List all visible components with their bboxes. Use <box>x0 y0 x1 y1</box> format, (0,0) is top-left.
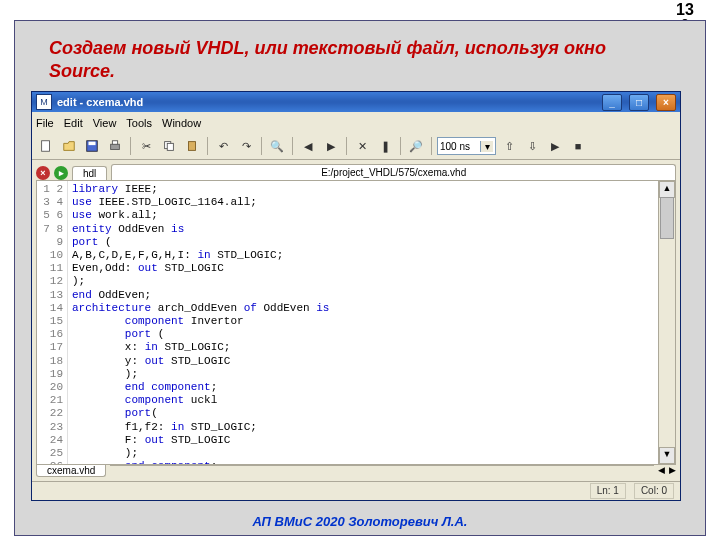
run-icon[interactable]: ▶ <box>545 136 565 156</box>
menu-view[interactable]: View <box>93 117 117 129</box>
maximize-button[interactable]: □ <box>629 94 649 111</box>
slide-footer: АП ВМиС 2020 Золоторевич Л.А. <box>15 514 705 529</box>
statusbar: Ln: 1 Col: 0 <box>32 481 680 500</box>
editor[interactable]: 1 2 3 4 5 6 7 8 9 10 11 12 13 14 15 16 1… <box>36 180 676 465</box>
menu-window[interactable]: Window <box>162 117 201 129</box>
app-icon: M <box>36 94 52 110</box>
tab-nav-icon[interactable]: ▸ <box>54 166 68 180</box>
tool-x-icon[interactable]: ✕ <box>352 136 372 156</box>
paste-icon[interactable] <box>182 136 202 156</box>
indent-right-icon[interactable]: ▶ <box>321 136 341 156</box>
scroll-up-icon[interactable]: ▲ <box>659 181 675 198</box>
svg-rect-6 <box>167 143 173 150</box>
scroll-down-icon[interactable]: ▼ <box>659 447 675 464</box>
zoom-icon[interactable]: 🔎 <box>406 136 426 156</box>
step-up-icon[interactable]: ⇧ <box>499 136 519 156</box>
code-area[interactable]: library IEEE; use IEEE.STD_LOGIC_1164.al… <box>68 181 658 464</box>
stop-icon[interactable]: ■ <box>568 136 588 156</box>
bottom-tabbar: cxema.vhd ◀ ▶ <box>32 465 680 481</box>
cut-icon[interactable]: ✂ <box>136 136 156 156</box>
menu-file[interactable]: File <box>36 117 54 129</box>
window-title: edit - cxema.vhd <box>57 96 595 108</box>
slide-frame: Создаем новый VHDL, или текстовый файл, … <box>14 20 706 536</box>
close-button[interactable]: × <box>656 94 676 111</box>
bottom-nav-left-icon[interactable]: ◀ <box>658 465 665 475</box>
open-icon[interactable] <box>59 136 79 156</box>
menubar: File Edit View Tools Window <box>32 112 680 133</box>
file-tab[interactable]: hdl <box>72 166 107 180</box>
redo-icon[interactable]: ↷ <box>236 136 256 156</box>
titlebar: M edit - cxema.vhd _ □ × <box>32 92 680 112</box>
svg-rect-4 <box>112 141 117 145</box>
bottom-nav-right-icon[interactable]: ▶ <box>669 465 676 475</box>
new-icon[interactable] <box>36 136 56 156</box>
time-field[interactable]: 100 ns▾ <box>437 137 496 155</box>
copy-icon[interactable] <box>159 136 179 156</box>
toolbar: ✂ ↶ ↷ 🔍 ◀ ▶ ✕ ❚ 🔎 100 ns▾ ⇧ ⇩ ▶ ■ <box>32 133 680 160</box>
editor-window: M edit - cxema.vhd _ □ × File Edit View … <box>31 91 681 501</box>
minimize-button[interactable]: _ <box>602 94 622 111</box>
svg-rect-7 <box>189 142 196 151</box>
indent-left-icon[interactable]: ◀ <box>298 136 318 156</box>
bottom-file-tab[interactable]: cxema.vhd <box>36 465 106 477</box>
vertical-scrollbar[interactable]: ▲ ▼ <box>658 181 675 464</box>
status-col: Col: 0 <box>634 483 674 499</box>
svg-rect-0 <box>42 141 50 152</box>
tab-close-all-icon[interactable]: × <box>36 166 50 180</box>
menu-tools[interactable]: Tools <box>126 117 152 129</box>
file-path: E:/project_VHDL/575/cxema.vhd <box>111 164 676 180</box>
find-icon[interactable]: 🔍 <box>267 136 287 156</box>
status-line: Ln: 1 <box>590 483 626 499</box>
save-icon[interactable] <box>82 136 102 156</box>
tabbar: × ▸ hdl E:/project_VHDL/575/cxema.vhd <box>32 160 680 180</box>
slide-title: Создаем новый VHDL, или текстовый файл, … <box>49 37 655 82</box>
scroll-thumb[interactable] <box>660 197 674 239</box>
menu-edit[interactable]: Edit <box>64 117 83 129</box>
undo-icon[interactable]: ↶ <box>213 136 233 156</box>
bookmark-icon[interactable]: ❚ <box>375 136 395 156</box>
line-gutter: 1 2 3 4 5 6 7 8 9 10 11 12 13 14 15 16 1… <box>37 181 68 464</box>
print-icon[interactable] <box>105 136 125 156</box>
step-down-icon[interactable]: ⇩ <box>522 136 542 156</box>
svg-rect-2 <box>89 142 96 146</box>
svg-rect-3 <box>111 144 120 149</box>
